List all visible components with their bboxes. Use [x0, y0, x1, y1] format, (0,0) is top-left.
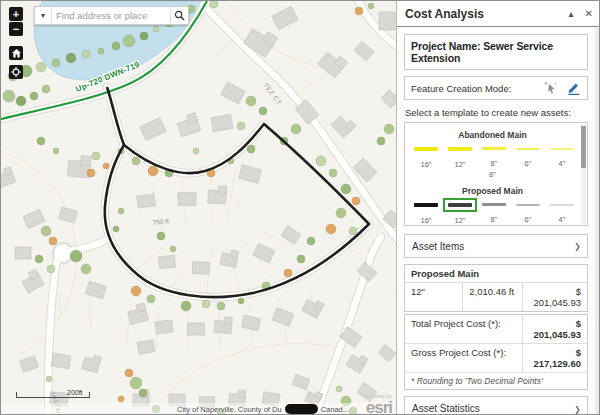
template-item[interactable]: 8" [477, 197, 511, 225]
template-item-box [477, 142, 511, 155]
gross-row: Gross Project Cost (*): $ 217,129.60 [405, 343, 587, 372]
template-picker: Abandoned Main16"12"8"6"4"8"Proposed Mai… [404, 122, 588, 226]
asset-items-header[interactable]: Asset Items › [404, 234, 588, 258]
template-item-label: 12" [443, 160, 477, 169]
chevron-right-icon: › [575, 400, 580, 415]
template-item-row: 16"12"8"6"4" [405, 196, 580, 225]
attribution-text-left: City of Naperville, County of Du [177, 405, 282, 414]
asset-length: 2,010.46 ft [463, 283, 523, 311]
table-row: 12" 2,010.46 ft $ 201,045.93 [405, 282, 587, 311]
line-symbol [550, 204, 574, 206]
template-item-label: 16" [409, 216, 443, 225]
gross-label: Gross Project Cost (*): [405, 344, 523, 372]
panel-title: Cost Analysis [405, 7, 558, 21]
proposed-main-table: Proposed Main 12" 2,010.46 ft $ 201,045.… [404, 264, 588, 312]
locate-icon [11, 67, 21, 77]
template-item-label: 16" [409, 160, 443, 169]
total-row: Total Project Cost (*): $ 201,045.93 [405, 315, 587, 343]
esri-logo: Powered by esri [363, 394, 392, 415]
template-item-box [545, 199, 579, 211]
template-item[interactable]: 6" [511, 197, 545, 225]
template-item-label: 12" [443, 216, 477, 225]
attribution-obscured-badge [285, 404, 318, 414]
template-item[interactable]: 16" [409, 141, 443, 169]
draw-mode-button[interactable] [566, 81, 581, 95]
map-art: Up-720 DWN-719 750 ft TEZ CT MISTW [1, 1, 396, 415]
project-name-card: Project Name: Sewer Service Extension [404, 34, 588, 70]
feature-mode-label: Feature Creation Mode: [411, 83, 536, 94]
cost-analysis-panel: Cost Analysis ▴ ✕ Project Name: Sewer Se… [396, 1, 600, 415]
template-item-box [477, 198, 511, 211]
rounding-footnote: * Rounding to 'Two Decimal Points' [405, 373, 549, 389]
asset-size: 12" [405, 283, 463, 311]
template-item-box [409, 142, 443, 156]
template-item-box [511, 199, 545, 212]
search-dropdown-caret[interactable]: ▾ [35, 7, 52, 24]
table-group-header: Proposed Main [405, 265, 485, 282]
total-value: $ 201,045.93 [523, 315, 587, 343]
select-cursor-icon [544, 81, 558, 95]
template-item[interactable]: 12" [443, 197, 477, 225]
template-item[interactable]: 4" [545, 197, 579, 225]
close-icon[interactable]: ✕ [585, 9, 593, 19]
template-item-label: 8" [477, 215, 511, 224]
search-button[interactable] [170, 7, 188, 24]
line-symbol [482, 203, 506, 206]
panel-body: Project Name: Sewer Service Extension Fe… [397, 27, 600, 415]
template-item[interactable]: 12" [443, 141, 477, 169]
home-button[interactable] [9, 46, 23, 60]
home-icon [12, 49, 21, 58]
line-symbol [482, 147, 506, 150]
scale-label: 200ft [67, 389, 83, 396]
search-box: ▾ [34, 6, 189, 25]
template-item[interactable]: 4" [545, 141, 579, 169]
project-name: Project Name: Sewer Service Extension [411, 40, 553, 64]
template-item-label: 4" [545, 159, 579, 168]
template-item-label: 4" [545, 215, 579, 224]
template-item-selected-box [443, 198, 477, 212]
chevron-right-icon: › [575, 238, 580, 254]
pencil-icon [566, 81, 581, 95]
line-symbol [448, 147, 472, 151]
template-item[interactable]: 6" [511, 141, 545, 169]
app-window: Up-720 DWN-719 750 ft TEZ CT MISTW + − [0, 0, 600, 415]
template-item-label: 6" [511, 215, 545, 224]
asset-statistics-label: Asset Statistics [412, 403, 575, 414]
template-item-label: 6" [511, 159, 545, 168]
template-prompt: Select a template to create new assets: [405, 107, 587, 118]
template-item[interactable]: 8" [477, 141, 511, 169]
asset-items-label: Asset Items [412, 241, 575, 252]
line-symbol [414, 203, 438, 207]
gross-value: $ 217,129.60 [523, 344, 587, 372]
panel-scrollbar[interactable] [595, 28, 600, 415]
select-mode-button[interactable] [544, 81, 558, 95]
template-groups: Abandoned Main16"12"8"6"4"8"Proposed Mai… [405, 130, 580, 226]
template-item-label: 8" [405, 170, 580, 179]
template-item-label: 8" [477, 159, 511, 168]
search-icon [174, 10, 185, 21]
template-group-name: Proposed Main [405, 186, 580, 196]
zoom-in-button[interactable]: + [9, 7, 23, 21]
asset-statistics-header[interactable]: Asset Statistics › [404, 396, 588, 415]
locate-button[interactable] [9, 65, 23, 79]
collapse-icon[interactable]: ▴ [569, 9, 574, 19]
template-item[interactable]: 16" [409, 197, 443, 225]
template-item-row: 16"12"8"6"4" [405, 140, 580, 169]
line-symbol [516, 204, 540, 207]
zoom-out-button[interactable]: − [9, 22, 23, 36]
map-canvas[interactable]: Up-720 DWN-719 750 ft TEZ CT MISTW + − [1, 1, 396, 415]
template-item-box [545, 143, 579, 155]
template-item-box [409, 198, 443, 212]
esri-wordmark: esri [363, 399, 392, 415]
line-symbol [550, 148, 574, 150]
template-scrollbar [581, 124, 586, 224]
attribution-text-right: Canad... [321, 405, 349, 414]
attribution: City of Naperville, County of Du Canad..… [177, 404, 349, 414]
template-scrollbar-thumb[interactable] [581, 126, 586, 168]
search-input[interactable] [52, 7, 170, 24]
line-symbol [414, 147, 438, 151]
feature-mode-card: Feature Creation Mode: [404, 76, 588, 100]
line-symbol [448, 203, 472, 207]
total-label: Total Project Cost (*): [405, 315, 523, 343]
totals-table: Total Project Cost (*): $ 201,045.93 Gro… [404, 314, 588, 390]
